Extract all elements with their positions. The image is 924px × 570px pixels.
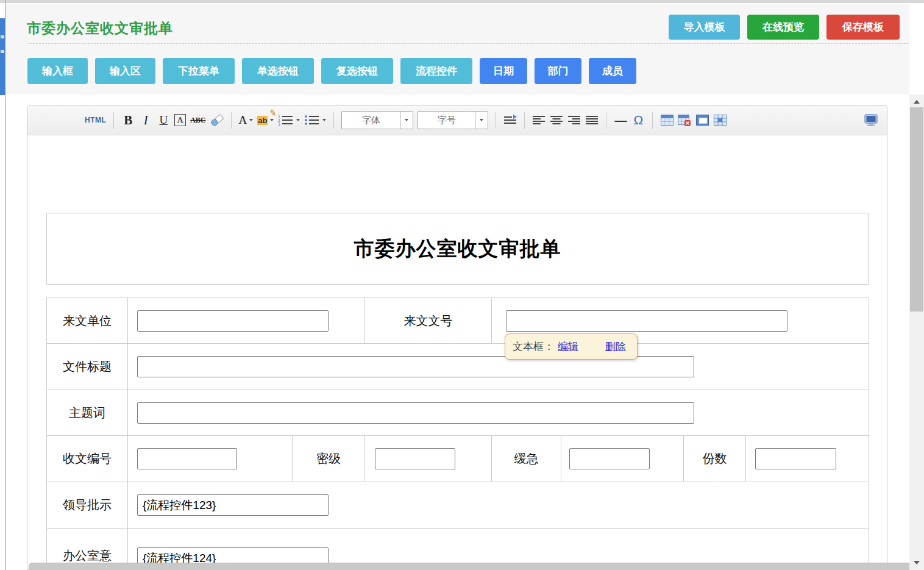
secrecy-input[interactable] (375, 448, 455, 469)
insert-dropdown-button[interactable]: 下拉菜单 (163, 58, 235, 84)
form-title: 市委办公室收文审批单 (354, 235, 561, 263)
italic-button[interactable]: I (139, 110, 152, 130)
insert-flow-control-button[interactable]: 流程控件 (400, 58, 472, 84)
control-button-row: 输入框 输入区 下拉菜单 单选按钮 复选按钮 流程控件 日期 部门 成员 (27, 58, 636, 84)
font-color-button[interactable]: A (239, 110, 254, 130)
table-row: 文件标题 (47, 344, 869, 390)
unordered-list-icon (304, 115, 320, 126)
strip-mark (1, 35, 4, 38)
font-size-select[interactable]: 字号 (418, 111, 488, 129)
remove-format-button[interactable] (210, 110, 224, 130)
leader-note-input[interactable] (137, 494, 329, 516)
toolbar-separator (652, 112, 653, 129)
eraser-icon (210, 114, 224, 126)
horizontal-rule-button[interactable]: — (614, 110, 627, 130)
insert-checkbox-button[interactable]: 复选按钮 (321, 58, 393, 84)
rich-text-editor: HTML B I U A ABC A ab ✎ 123 (27, 105, 887, 570)
ordered-list-button[interactable]: 123 (278, 110, 300, 130)
scrollbar-down-button[interactable] (909, 557, 924, 569)
indent-button[interactable] (503, 110, 517, 130)
table-row: 收文编号 密级 缓急 份数 (47, 436, 869, 482)
align-left-icon (533, 115, 545, 126)
secrecy-label: 密级 (293, 436, 365, 482)
table-row: 来文单位 来文文号 (47, 298, 869, 344)
bold-button[interactable]: B (121, 110, 135, 130)
toolbar-separator (606, 112, 606, 129)
doc-title-label: 文件标题 (47, 344, 128, 390)
fullscreen-button[interactable] (864, 110, 878, 130)
svg-text:3: 3 (278, 122, 280, 126)
align-right-icon (568, 115, 580, 126)
subject-input[interactable] (137, 402, 694, 424)
page-title: 市委办公室收文审批单 (27, 19, 173, 38)
unordered-list-button[interactable] (304, 110, 326, 130)
dropdown-caret-icon (405, 119, 408, 121)
field-action-tooltip: 文本框： 编辑 删除 (505, 333, 638, 360)
dropdown-caret-icon (249, 119, 253, 121)
insert-radio-button[interactable]: 单选按钮 (242, 58, 314, 84)
insert-department-button[interactable]: 部门 (535, 58, 581, 84)
editor-content-area[interactable]: 市委办公室收文审批单 来文单位 来文文号 文件标题 主题词 收文编 (27, 135, 887, 570)
insert-input-box-button[interactable]: 输入框 (27, 58, 88, 84)
edit-field-link[interactable]: 编辑 (558, 340, 578, 354)
copies-label: 份数 (684, 436, 746, 482)
toolbar-separator (496, 112, 496, 129)
monitor-icon (864, 114, 878, 126)
scrollbar-thumb[interactable] (910, 107, 923, 312)
window-top-edge (0, 0, 924, 3)
source-unit-label: 来文单位 (47, 298, 128, 344)
source-unit-input[interactable] (137, 310, 329, 332)
doc-number-label: 来文文号 (365, 298, 492, 344)
align-left-button[interactable] (532, 110, 546, 130)
toolbar-separator (333, 112, 334, 129)
leader-note-label: 领导批示 (47, 482, 128, 529)
dropdown-caret-icon (296, 119, 300, 121)
header-panel: 市委办公室收文审批单 导入模板 在线预览 保存模板 输入框 输入区 下拉菜单 单… (5, 4, 909, 94)
pencil-icon: ✎ (268, 107, 277, 118)
ordered-list-icon: 123 (278, 115, 294, 126)
toolbar-separator (524, 112, 525, 129)
scroll-up-icon (914, 100, 920, 104)
select-arrow (400, 112, 413, 129)
doc-number-input[interactable] (506, 310, 787, 332)
highlight-color-button[interactable]: ab ✎ (257, 110, 274, 130)
insert-textarea-button[interactable]: 输入区 (95, 58, 155, 84)
dropdown-caret-icon (480, 119, 483, 121)
copies-input[interactable] (755, 448, 836, 469)
align-center-button[interactable] (550, 110, 563, 130)
table-row: 领导批示 (47, 482, 869, 529)
editor-bottom-bar (29, 563, 909, 570)
scrollbar-up-button[interactable] (909, 96, 924, 108)
special-char-button[interactable]: Ω (631, 110, 645, 130)
align-center-icon (550, 115, 563, 126)
font-family-select[interactable]: 字体 (341, 111, 413, 129)
urgency-input[interactable] (569, 448, 650, 469)
import-template-button[interactable]: 导入模板 (669, 15, 740, 40)
insert-table-button[interactable] (660, 110, 673, 130)
delete-table-button[interactable] (678, 110, 691, 130)
background-window-strip (0, 18, 5, 95)
insert-member-button[interactable]: 成员 (589, 58, 636, 84)
receipt-no-input[interactable] (137, 448, 237, 469)
align-right-button[interactable] (567, 110, 581, 130)
form-table: 来文单位 来文文号 文件标题 主题词 收文编号 密级 缓急 份数 (46, 297, 869, 570)
font-style-button[interactable]: A (174, 114, 186, 126)
insert-table-icon (661, 114, 673, 126)
underline-button[interactable]: U (157, 110, 170, 130)
save-template-button[interactable]: 保存模板 (826, 15, 900, 40)
table-properties-button[interactable] (695, 110, 709, 130)
toolbar-separator (113, 112, 114, 129)
align-justify-button[interactable] (585, 110, 599, 130)
select-arrow (475, 112, 488, 129)
table-row: 主题词 (47, 390, 869, 436)
html-source-button[interactable]: HTML (85, 110, 106, 130)
strikethrough-button[interactable]: ABC (190, 110, 205, 130)
delete-table-icon (678, 114, 691, 126)
subject-label: 主题词 (47, 390, 128, 436)
cell-properties-button[interactable] (713, 110, 727, 130)
receipt-no-label: 收文编号 (47, 436, 128, 482)
insert-date-button[interactable]: 日期 (480, 58, 527, 84)
online-preview-button[interactable]: 在线预览 (747, 15, 819, 40)
dropdown-caret-icon (270, 119, 274, 121)
delete-field-link[interactable]: 删除 (605, 340, 626, 354)
